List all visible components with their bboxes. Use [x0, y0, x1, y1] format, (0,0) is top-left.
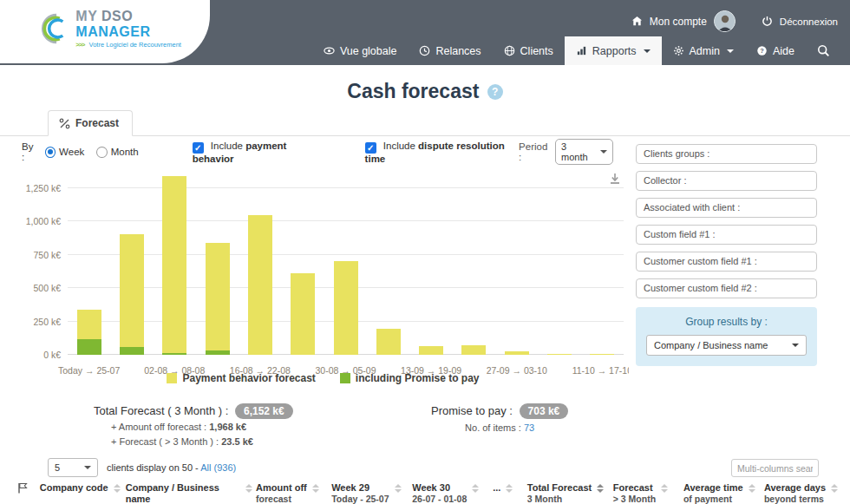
- chart-bar[interactable]: [334, 261, 358, 355]
- checkbox-payment-behavior[interactable]: ✓ Include payment behavior: [193, 141, 324, 164]
- column-amount-off-forecast[interactable]: Amount offforecast: [256, 482, 331, 504]
- items-count-link[interactable]: 73: [524, 422, 534, 433]
- chart-bar-promise-segment[interactable]: [206, 350, 230, 355]
- chart-bar[interactable]: [547, 354, 572, 355]
- bar-chart-icon: [576, 45, 587, 56]
- svg-text:?: ?: [760, 47, 764, 55]
- legend-item-payment-behavior[interactable]: Payment behavior forecast: [167, 372, 315, 384]
- sort-icon[interactable]: [661, 484, 668, 493]
- nav-item-aide[interactable]: ? Aide: [745, 36, 806, 65]
- column-forecast-beyond[interactable]: Forecast> 3 Month: [613, 482, 683, 504]
- radio-month-label[interactable]: Month: [111, 147, 139, 157]
- filter-customer-custom-field-2[interactable]: Customer custom field #2 :: [636, 278, 817, 298]
- nav-item-vue-globale[interactable]: Vue globale: [312, 36, 409, 65]
- column-week-29[interactable]: Week 29Today - 25-07: [331, 482, 412, 504]
- radio-week[interactable]: [45, 147, 56, 158]
- nav-item-clients[interactable]: Clients: [493, 36, 565, 65]
- chart-bar[interactable]: [248, 215, 272, 355]
- avatar[interactable]: [714, 10, 736, 32]
- chart-plot: 0 k€250 k€500 k€750 k€1,000 k€1,250 k€To…: [68, 174, 624, 355]
- filter-custom-field-1[interactable]: Custom field #1 :: [636, 225, 817, 245]
- page-title: Cash forecast: [347, 80, 479, 102]
- column-average-time[interactable]: Average timeof payment: [683, 482, 764, 504]
- logout-link[interactable]: Déconnexion: [780, 16, 838, 27]
- show-all-link[interactable]: All (936): [200, 462, 236, 473]
- total-forecast-block: Total Forecast ( 3 Month ) : 6,152 k€ + …: [94, 404, 293, 447]
- period-select[interactable]: 3 month: [555, 139, 613, 165]
- eye-icon: [324, 45, 335, 56]
- column-more[interactable]: ...: [493, 482, 527, 494]
- beyond-forecast-value: 23.5 k€: [221, 436, 253, 447]
- chart-bar[interactable]: [162, 176, 186, 355]
- page-size-select[interactable]: 5: [48, 458, 98, 477]
- chart-bar[interactable]: [505, 351, 529, 355]
- checkbox-dispute-resolution[interactable]: ✓ Include dispute resolution time: [365, 141, 519, 164]
- chart-bar[interactable]: [77, 310, 101, 355]
- column-total-forecast[interactable]: Total Forecast3 Month: [527, 482, 613, 504]
- column-week-30[interactable]: Week 3026-07 - 01-08: [412, 482, 493, 504]
- sort-icon[interactable]: [312, 484, 319, 493]
- column-sublabel: beyond terms: [764, 494, 824, 504]
- sort-icon[interactable]: [395, 484, 402, 493]
- column-sublabel: 3 Month: [527, 494, 562, 504]
- tab-forecast[interactable]: Forecast: [48, 110, 133, 136]
- sort-icon[interactable]: [472, 484, 479, 493]
- home-icon: [631, 16, 643, 27]
- sort-icon[interactable]: [749, 484, 755, 493]
- filter-customer-custom-field-1[interactable]: Customer custom field #1 :: [636, 252, 817, 272]
- download-icon[interactable]: [608, 172, 622, 186]
- column-average-days[interactable]: Average daysbeyond terms: [764, 482, 843, 504]
- legend-item-promise-to-pay[interactable]: including Promise to pay: [340, 372, 480, 384]
- chart-bar[interactable]: [461, 345, 486, 355]
- promise-badge: 703 k€: [520, 403, 569, 419]
- chart-bar-promise-segment[interactable]: [120, 347, 144, 355]
- chart-bar[interactable]: [419, 346, 443, 355]
- sort-icon[interactable]: [245, 484, 252, 493]
- chart-gridline: [68, 220, 624, 221]
- chart-bar-promise-segment[interactable]: [162, 353, 186, 355]
- column-sublabel: forecast: [256, 494, 291, 504]
- nav-item-rapports[interactable]: Rapports: [565, 36, 662, 65]
- nav-search-button[interactable]: [806, 36, 841, 65]
- chart-bar[interactable]: [590, 354, 614, 355]
- logo[interactable]: MY DSO MANAGER >>> Votre Logiciel de Rec…: [0, 0, 210, 63]
- chart-bar[interactable]: [291, 273, 315, 355]
- group-results-label: Group results by :: [646, 316, 807, 328]
- radio-week-label[interactable]: Week: [59, 147, 84, 157]
- sort-icon[interactable]: [114, 484, 121, 493]
- column-company-name[interactable]: Company / Business name: [126, 482, 256, 504]
- column-sublabel: 26-07 - 01-08: [412, 494, 467, 504]
- sort-icon[interactable]: [506, 484, 513, 493]
- chart-bar[interactable]: [120, 234, 144, 355]
- y-axis-tick-label: 1,000 k€: [17, 216, 61, 226]
- total-forecast-label: Total Forecast ( 3 Month ) :: [94, 404, 228, 417]
- total-forecast-badge: 6,152 k€: [235, 403, 293, 419]
- radio-month[interactable]: [96, 147, 107, 158]
- beyond-forecast-label: + Forecast ( > 3 Month ) :: [111, 436, 221, 447]
- filter-associated-with-client[interactable]: Associated with client :: [636, 198, 817, 218]
- logo-word-dso: DSO: [101, 9, 133, 23]
- group-results-select[interactable]: Company / Business name: [646, 335, 807, 356]
- question-icon: ?: [756, 45, 768, 56]
- page-size-value: 5: [55, 462, 60, 473]
- column-company-code[interactable]: Company code: [40, 482, 126, 494]
- promise-label: Promise to pay :: [431, 404, 513, 417]
- multi-columns-search-input[interactable]: [731, 459, 819, 477]
- checkbox-checked-icon[interactable]: ✓: [365, 142, 376, 154]
- chart-bar[interactable]: [206, 243, 230, 355]
- checkbox-checked-icon[interactable]: ✓: [193, 142, 204, 154]
- nav-item-admin[interactable]: Admin: [662, 36, 745, 65]
- chart-bar-promise-segment[interactable]: [77, 339, 101, 355]
- top-header: MY DSO MANAGER >>> Votre Logiciel de Rec…: [0, 0, 850, 65]
- help-icon[interactable]: ?: [487, 84, 503, 100]
- filter-collector[interactable]: Collector :: [636, 171, 817, 191]
- caret-down-icon: [600, 150, 607, 154]
- logo-word-my: MY: [75, 9, 97, 23]
- sort-icon[interactable]: [831, 484, 838, 493]
- account-link[interactable]: Mon compte: [650, 16, 707, 28]
- nav-item-relances[interactable]: Relances: [408, 36, 492, 65]
- sort-icon-active[interactable]: [597, 484, 604, 493]
- filter-clients-groups[interactable]: Clients groups :: [636, 144, 817, 164]
- checkbox-label-prefix: Include: [383, 141, 418, 151]
- chart-bar[interactable]: [376, 329, 401, 355]
